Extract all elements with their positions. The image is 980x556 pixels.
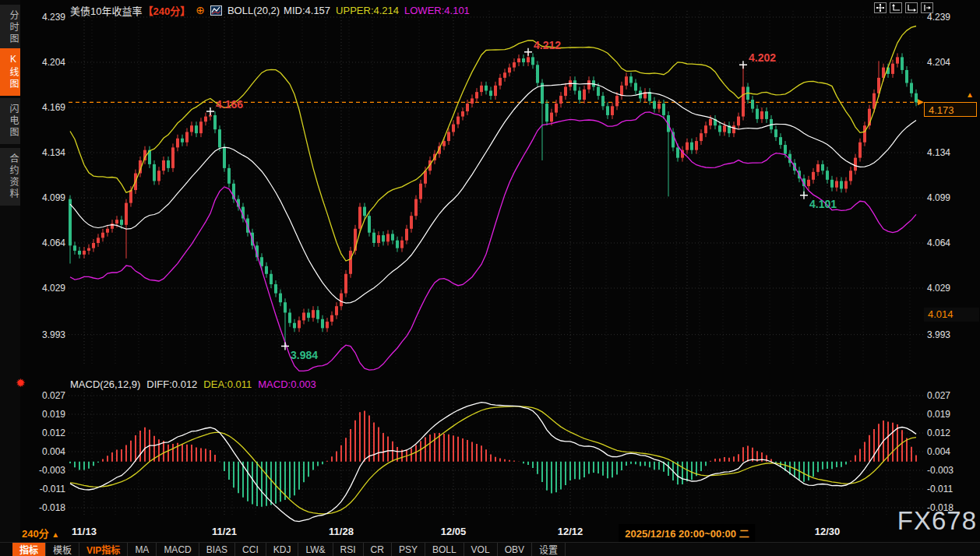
x-axis-date: 11/21: [212, 526, 237, 537]
toolbar-item-[interactable]: 模板: [46, 543, 79, 556]
scale-x-axis-button[interactable]: [905, 2, 918, 13]
scale-y-axis-button[interactable]: [890, 2, 902, 13]
toolbar-item-lw[interactable]: LW&: [298, 543, 333, 556]
current-price-line: [69, 99, 924, 105]
pan-right-button[interactable]: [921, 2, 933, 13]
indicator-burst-icon[interactable]: ✹: [16, 376, 26, 390]
toolbar-item-cr[interactable]: CR: [364, 543, 392, 556]
price-axis-label-left: 4.239: [30, 12, 65, 23]
price-axis-label-right: 4.064: [927, 238, 974, 248]
move-crosshair-button[interactable]: [874, 2, 887, 13]
mini-chart-icon[interactable]: [210, 5, 222, 16]
watermark: FX678: [897, 506, 977, 536]
toolbar-item-kdj[interactable]: KDJ: [266, 543, 299, 556]
price-axis-label-right: 4.239: [927, 12, 974, 23]
toolbar-item-cci[interactable]: CCI: [235, 543, 266, 556]
sidebar-tab-kline[interactable]: K线图: [0, 48, 20, 96]
price-axis-label-left: 4.134: [30, 147, 65, 158]
x-axis-strip: 240分 ▲ 11/1311/2111/2812/0512/1212/30202…: [0, 520, 980, 542]
sidebar-tab-flash[interactable]: 闪电图: [0, 98, 20, 144]
macd-axis-label-right: 0.004: [927, 446, 974, 457]
boll-upper-line: [70, 26, 916, 262]
chart-header: 美债10年收益率 【240分】 ⊕ BOLL(20,2) MID:4.157 U…: [70, 3, 470, 17]
toolbar-item-boll[interactable]: BOLL: [425, 543, 464, 556]
secondary-price-box: 4.014: [924, 308, 979, 322]
boll-params-label: BOLL(20,2): [227, 5, 280, 16]
macd-axis-label-right: -0.011: [927, 484, 974, 494]
pin-target-icon[interactable]: ⊕: [196, 5, 205, 15]
price-axis-label-left: 4.204: [30, 57, 65, 68]
price-axis-label-left: 4.099: [30, 192, 65, 203]
macd-axis-label-right: 0.027: [927, 390, 974, 401]
toolbar-item-obv[interactable]: OBV: [498, 543, 532, 556]
price-axis-label-right: 4.134: [927, 147, 974, 158]
sidebar: 分时图 K线图 闪电图 合约资料: [0, 0, 20, 556]
marker-label: 4.101: [809, 198, 837, 210]
kline-app: 4.1664.2124.2023.9844.101 分时图 K线图 闪电图 合约…: [0, 0, 980, 556]
candles: [69, 52, 918, 347]
current-price-box: 4.173: [924, 102, 977, 117]
macd-axis-label-left: 0.027: [30, 390, 65, 401]
boll-lower-line: [70, 112, 916, 371]
toolbar-item-macd[interactable]: MACD: [157, 543, 199, 556]
price-axis-label-left: 4.169: [30, 102, 65, 113]
price-up-arrow-icon: ▲: [966, 91, 974, 99]
macd-axis-label-left: -0.011: [30, 484, 65, 494]
macd-axis-label-right: 0.019: [927, 409, 974, 420]
toolbar-item-bias[interactable]: BIAS: [199, 543, 235, 556]
macd-axis-label-left: -0.018: [30, 502, 65, 513]
macd-axis-label-right: 0.012: [927, 428, 974, 438]
x-axis-date: 12/05: [441, 526, 467, 537]
x-axis-date: 12/30: [815, 526, 841, 537]
macd-header: MACD(26,12,9) DIFF:0.012 DEA:0.011 MACD:…: [70, 378, 316, 390]
marker-label: 3.984: [291, 349, 318, 361]
marker-label: 4.166: [216, 98, 243, 111]
x-axis-date: 12/12: [558, 526, 583, 537]
macd-axis-label-left: 0.019: [30, 409, 65, 420]
macd-axis-label-left: 0.004: [30, 446, 65, 457]
period-label: 【240分】: [143, 3, 190, 18]
price-axis-label-right: 4.099: [927, 192, 974, 203]
sidebar-tab-contract-info[interactable]: 合约资料: [0, 148, 20, 206]
macd-diff-value: DIFF:0.012: [146, 378, 197, 390]
price-axis-label-left: 4.064: [30, 238, 65, 248]
period-up-icon: ▲: [51, 530, 59, 539]
price-axis-label-right: 3.993: [927, 329, 974, 340]
x-axis-highlighted-time: 2025/12/16 20:00~00:00 二: [619, 524, 755, 542]
boll-lower-value: LOWER:4.101: [404, 5, 470, 16]
chart-canvas: 4.1664.2124.2023.9844.101: [0, 0, 980, 556]
macd-dea-value: DEA:0.011: [203, 378, 252, 390]
marker-label: 4.202: [749, 51, 776, 64]
toolbar-item-vip[interactable]: VIP指标: [79, 543, 128, 556]
window-buttons: [874, 2, 933, 13]
toolbar-item-[interactable]: 指标: [12, 543, 46, 556]
boll-mid-value: MID:4.157: [284, 5, 330, 16]
x-axis-date: 11/28: [329, 526, 354, 537]
price-axis-label-right: 4.204: [927, 57, 974, 68]
macd-axis-label-right: -0.003: [927, 465, 974, 476]
sidebar-tab-timeline[interactable]: 分时图: [0, 5, 20, 51]
macd-histogram: [70, 411, 916, 507]
indicator-toolbar: 指标模板VIP指标MAMACDBIASCCIKDJLW&RSICRPSYBOLL…: [0, 542, 980, 556]
price-axis-label-right: 4.029: [927, 283, 974, 294]
boll-upper-value: UPPER:4.214: [336, 5, 399, 16]
macd-macd-value: MACD:0.003: [258, 378, 316, 390]
toolbar-item-ma[interactable]: MA: [128, 543, 157, 556]
toolbar-item-psy[interactable]: PSY: [392, 543, 425, 556]
toolbar-item-rsi[interactable]: RSI: [333, 543, 364, 556]
toolbar-item-vol[interactable]: VOL: [464, 543, 498, 556]
price-axis-label-left: 4.029: [30, 283, 65, 294]
toolbar-item-[interactable]: 设置: [532, 543, 566, 556]
x-axis-period[interactable]: 240分 ▲: [22, 526, 59, 540]
x-axis-date: 11/13: [72, 526, 97, 537]
macd-params-label: MACD(26,12,9): [70, 378, 140, 390]
boll-mid-line: [70, 83, 916, 303]
price-axis-label-left: 3.993: [30, 329, 65, 340]
instrument-title: 美债10年收益率: [70, 3, 142, 18]
macd-axis-label-left: -0.003: [30, 465, 65, 476]
macd-axis-label-left: 0.012: [30, 428, 65, 438]
marker-label: 4.212: [534, 39, 561, 51]
